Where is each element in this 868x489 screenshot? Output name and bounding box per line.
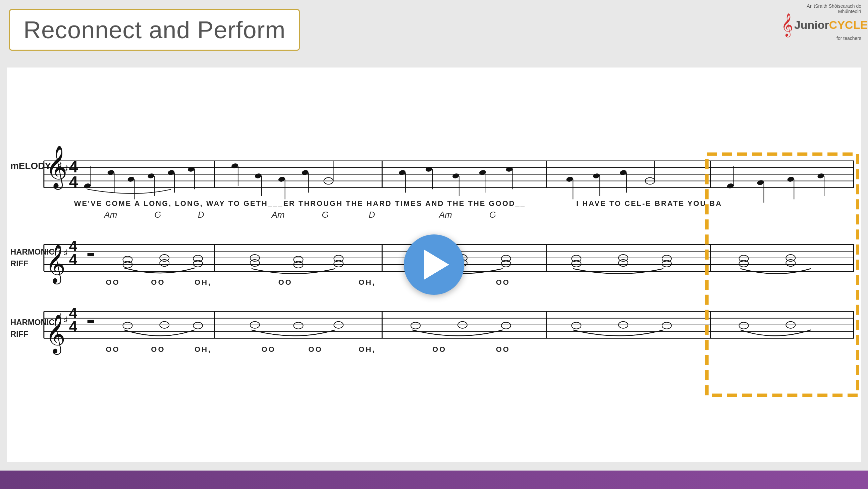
svg-text:4: 4 [69, 173, 78, 191]
bottom-bar [0, 470, 868, 489]
svg-text:♯: ♯ [63, 163, 68, 175]
svg-point-62 [817, 173, 825, 179]
score-container: mELODY 𝄞 4 4 ♯ ♯ [7, 67, 861, 462]
logo-cycle: CYCLE [829, 19, 868, 32]
svg-text:4: 4 [69, 318, 78, 335]
svg-text:Am: Am [438, 210, 452, 219]
svg-point-52 [619, 170, 627, 176]
svg-text:D: D [369, 210, 375, 219]
svg-text:OO: OO [261, 345, 276, 354]
melody-label: mELODY [10, 161, 51, 171]
svg-text:♯: ♯ [63, 315, 68, 325]
svg-rect-169 [707, 154, 858, 395]
svg-text:♯: ♯ [57, 160, 62, 171]
svg-text:Am: Am [104, 210, 117, 219]
svg-point-28 [231, 163, 239, 169]
svg-text:G: G [322, 210, 329, 219]
svg-point-32 [278, 176, 285, 182]
svg-point-153 [411, 322, 420, 329]
svg-rect-146 [88, 320, 94, 323]
svg-text:♯: ♯ [63, 248, 68, 258]
svg-text:OO: OO [432, 345, 446, 354]
svg-point-98 [193, 260, 203, 267]
page-title: Reconnect and Perform [24, 17, 285, 43]
svg-text:D: D [198, 210, 204, 219]
logo-main: 𝄞 Junior CYCLE [781, 15, 868, 35]
svg-text:Am: Am [271, 210, 285, 219]
svg-point-22 [147, 173, 155, 179]
svg-point-38 [398, 170, 406, 176]
svg-text:G: G [489, 210, 496, 219]
svg-point-147 [123, 322, 132, 329]
svg-point-50 [593, 173, 600, 179]
logo-for-teachers: for teachers [787, 35, 861, 41]
svg-point-20 [127, 176, 135, 182]
svg-point-96 [160, 259, 169, 266]
svg-text:♯: ♯ [57, 245, 62, 255]
treble-clef-icon: 𝄞 [781, 15, 793, 35]
svg-point-48 [566, 176, 574, 182]
svg-point-110 [501, 260, 511, 267]
svg-point-118 [739, 260, 749, 267]
svg-point-58 [757, 179, 764, 186]
svg-text:WE'VE COME A LONG, LONG, WAY T: WE'VE COME A LONG, LONG, WAY TO GETH___E… [74, 199, 526, 208]
svg-point-18 [107, 170, 115, 176]
svg-point-155 [501, 322, 511, 329]
svg-text:I HAVE TO   CEL-E BRATE YOU BA: I HAVE TO CEL-E BRATE YOU BA [576, 199, 722, 208]
svg-text:𝄞: 𝄞 [45, 315, 65, 355]
svg-text:OO: OO [151, 278, 165, 286]
svg-point-56 [726, 183, 734, 189]
title-box: Reconnect and Perform [9, 9, 300, 51]
svg-point-46 [505, 166, 513, 173]
svg-point-104 [334, 260, 343, 267]
svg-point-60 [787, 176, 795, 182]
play-icon [424, 249, 449, 280]
svg-text:OH,: OH, [359, 278, 376, 286]
svg-point-149 [193, 322, 203, 329]
svg-point-100 [250, 259, 259, 266]
score-inner: mELODY 𝄞 4 4 ♯ ♯ [7, 67, 861, 462]
svg-point-112 [571, 260, 581, 267]
svg-text:OO: OO [496, 345, 510, 354]
svg-point-26 [187, 166, 195, 173]
logo-junior: Junior [794, 19, 829, 32]
svg-point-40 [425, 166, 433, 173]
svg-point-34 [301, 170, 309, 176]
svg-point-30 [254, 173, 262, 179]
logo-area: An tSraith Shóisearach do Mhúinteoirí 𝄞 … [787, 3, 861, 41]
svg-point-120 [786, 259, 795, 266]
svg-text:OH,: OH, [359, 345, 376, 354]
svg-point-156 [571, 322, 581, 329]
svg-point-116 [662, 260, 672, 267]
svg-text:OO: OO [151, 345, 165, 354]
svg-point-24 [167, 170, 175, 176]
svg-text:4: 4 [69, 251, 78, 268]
svg-text:OH,: OH, [194, 345, 212, 354]
play-button[interactable] [404, 235, 464, 295]
svg-text:OH,: OH, [194, 278, 212, 286]
svg-point-151 [294, 322, 303, 329]
svg-text:OO: OO [309, 345, 323, 354]
svg-text:RIFF: RIFF [10, 329, 28, 338]
svg-text:OO: OO [496, 278, 510, 286]
svg-text:OO: OO [106, 345, 120, 354]
svg-text:♯: ♯ [57, 312, 62, 322]
svg-text:OO: OO [278, 278, 292, 286]
svg-point-16 [84, 183, 91, 189]
svg-text:G: G [154, 210, 161, 219]
svg-point-114 [618, 259, 628, 266]
svg-point-42 [452, 173, 460, 179]
svg-text:OO: OO [106, 278, 120, 286]
svg-point-44 [478, 170, 486, 176]
svg-text:RIFF: RIFF [10, 259, 28, 268]
svg-rect-92 [88, 253, 94, 256]
svg-point-159 [739, 322, 749, 329]
logo-top-text: An tSraith Shóisearach do Mhúinteoirí [787, 3, 861, 14]
svg-point-158 [662, 322, 672, 329]
